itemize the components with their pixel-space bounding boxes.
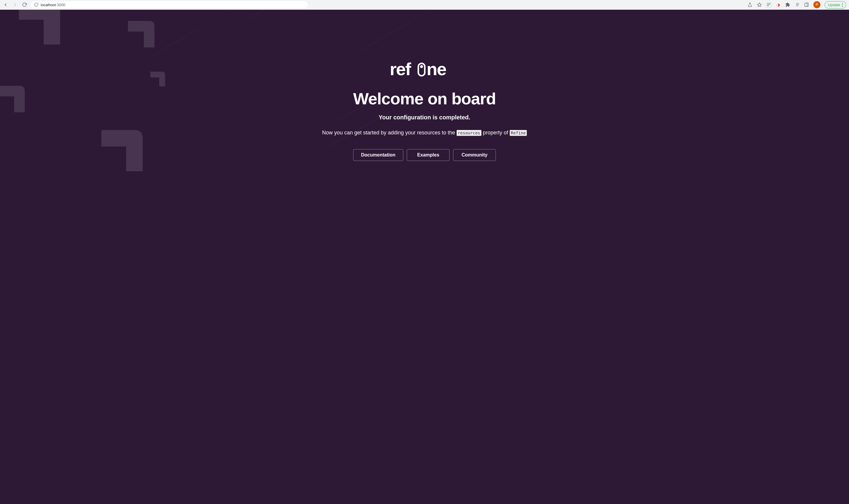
avatar-initial: P bbox=[816, 3, 818, 7]
bg-decoration bbox=[339, 10, 441, 63]
update-label: Update bbox=[828, 3, 840, 7]
page-content: ref ne Welcome on board Your configurati… bbox=[0, 10, 849, 504]
bg-decoration bbox=[77, 122, 159, 204]
url-text: localhost:3000 bbox=[41, 3, 66, 7]
browser-toolbar: localhost:3000 ◑ P Update bbox=[0, 0, 849, 10]
desc-mid: property of bbox=[483, 130, 510, 136]
side-panel-icon[interactable] bbox=[804, 2, 809, 7]
code-resources: resources bbox=[457, 130, 482, 136]
back-button[interactable] bbox=[3, 2, 8, 7]
desc-prefix: Now you can get started by adding your r… bbox=[322, 130, 457, 136]
refine-logo: ref ne bbox=[322, 60, 527, 80]
extension-green-icon[interactable] bbox=[766, 2, 772, 7]
svg-marker-4 bbox=[757, 3, 761, 6]
bg-decoration bbox=[112, 16, 165, 69]
svg-rect-7 bbox=[767, 5, 769, 6]
profile-avatar[interactable]: P bbox=[813, 1, 820, 8]
page-title: Welcome on board bbox=[322, 89, 527, 108]
svg-text:ref: ref bbox=[390, 60, 412, 79]
bg-decoration bbox=[212, 10, 340, 39]
documentation-button[interactable]: Documentation bbox=[353, 149, 403, 161]
button-row: Documentation Examples Community bbox=[322, 149, 527, 161]
svg-text:ne: ne bbox=[427, 60, 446, 79]
svg-rect-6 bbox=[769, 3, 770, 5]
bg-decoration bbox=[0, 80, 35, 133]
bg-decoration bbox=[0, 10, 77, 77]
page-description: Now you can get started by adding your r… bbox=[322, 130, 527, 136]
right-icons: ◑ P Update bbox=[747, 1, 846, 8]
bg-decoration bbox=[206, 10, 309, 22]
update-button[interactable]: Update bbox=[825, 1, 846, 8]
bookmark-icon[interactable] bbox=[757, 2, 762, 7]
community-button[interactable]: Community bbox=[453, 149, 496, 161]
svg-rect-11 bbox=[805, 3, 808, 6]
forward-button[interactable] bbox=[12, 2, 18, 7]
site-info-icon[interactable] bbox=[34, 3, 38, 7]
code-refine: Refine bbox=[510, 130, 527, 136]
reload-button[interactable] bbox=[22, 2, 27, 7]
extension-red-icon[interactable]: ◑ bbox=[776, 2, 781, 7]
svg-rect-5 bbox=[767, 3, 769, 5]
url-port: :3000 bbox=[56, 3, 66, 7]
url-host: localhost bbox=[41, 3, 56, 7]
address-bar[interactable]: localhost:3000 bbox=[31, 1, 308, 8]
svg-point-15 bbox=[420, 65, 423, 68]
menu-dots-icon bbox=[842, 3, 843, 7]
content-wrapper: ref ne Welcome on board Your configurati… bbox=[322, 60, 527, 161]
examples-button[interactable]: Examples bbox=[407, 149, 450, 161]
extensions-icon[interactable] bbox=[785, 2, 790, 7]
bg-decoration bbox=[142, 69, 171, 98]
share-icon[interactable] bbox=[747, 2, 753, 7]
reading-list-icon[interactable] bbox=[794, 2, 800, 7]
page-subtitle: Your configuration is completed. bbox=[322, 114, 527, 121]
nav-buttons bbox=[3, 2, 27, 7]
